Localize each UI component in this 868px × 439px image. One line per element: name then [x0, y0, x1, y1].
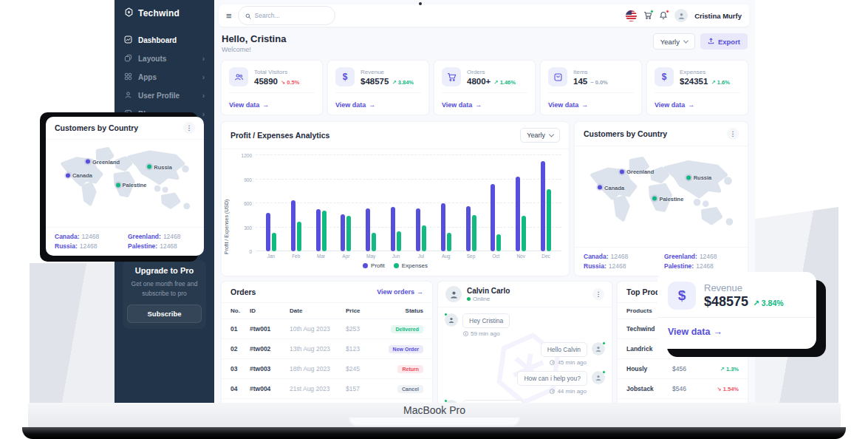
trend-indicator: ↗ 3.84%: [753, 299, 784, 307]
country-stat: Canada12468: [584, 253, 658, 260]
view-data-link[interactable]: View data→: [335, 101, 375, 109]
online-dot-icon: [602, 370, 606, 374]
stat-card-total-visitors: Total Visitors 45890↘ 0.5% View data→: [222, 61, 322, 115]
bar: [397, 231, 401, 251]
sidebar-item-dashboard[interactable]: Dashboard: [115, 31, 214, 50]
bar: [422, 225, 426, 251]
map-marker-greenland: Greenland: [620, 169, 654, 175]
y-axis-title: Profit / Expenses (USD): [224, 158, 229, 254]
chart-period-select[interactable]: Yearly: [520, 128, 560, 143]
sidebar-item-layouts[interactable]: Layouts ›: [115, 50, 214, 68]
user-icon: [124, 91, 132, 101]
stats-row: Total Visitors 45890↘ 0.5% View data→ $ …: [222, 61, 748, 115]
upgrade-text: Get one month free and subscribe to pro: [130, 279, 199, 299]
chevron-right-icon: ›: [202, 74, 205, 81]
view-data-link[interactable]: View data→: [668, 327, 722, 337]
hamburger-menu-icon[interactable]: ≡: [226, 11, 232, 21]
product-row: Jobstack$546↘ 1.54%: [618, 379, 748, 399]
search-box[interactable]: [238, 6, 335, 25]
orders-title: Orders: [230, 287, 256, 296]
dollar-icon: $: [668, 282, 696, 310]
laptop-base: MacBook Pro: [28, 403, 841, 427]
kebab-menu-icon[interactable]: ⋮: [727, 128, 739, 140]
dollar-icon: $: [655, 67, 674, 86]
brand-logo[interactable]: Techwind: [115, 0, 214, 27]
search-input[interactable]: [255, 12, 328, 19]
period-select[interactable]: Yearly: [653, 33, 695, 50]
bar-group: [259, 155, 284, 251]
apps-grid-icon: [124, 72, 132, 82]
cart-notification-dot: [650, 10, 654, 13]
users-icon: [229, 67, 248, 86]
bar-group: [409, 155, 434, 251]
online-dot-icon: [467, 297, 471, 301]
chevron-down-icon: [549, 132, 554, 137]
country-stat: Greenland12468: [128, 233, 195, 240]
subscribe-button[interactable]: Subscribe: [127, 304, 202, 323]
bar: [516, 177, 520, 251]
map-marker-palestine: Palestine: [652, 195, 683, 202]
sidebar-item-apps[interactable]: Apps ›: [115, 68, 214, 86]
trend-indicator: ↗ 1.6%: [711, 79, 729, 86]
country-stat: Palestine12468: [664, 262, 739, 270]
chat-contact-name: Calvin Carlo: [467, 287, 587, 296]
sidebar-item-user-profile[interactable]: User Profile ›: [115, 86, 214, 105]
cart-button[interactable]: [643, 11, 652, 20]
arrow-right-icon: →: [475, 101, 482, 109]
map-marker-palestine: Palestine: [116, 182, 147, 188]
map-marker-greenland: Greenland: [86, 158, 120, 165]
upgrade-title: Upgrade to Pro: [127, 266, 202, 275]
cart-icon: [442, 67, 461, 86]
map-marker-russia: Russia: [687, 174, 712, 181]
status-badge: Cancel: [397, 385, 423, 393]
map-card-title: Customers by Country: [55, 123, 138, 132]
bar: [447, 233, 451, 251]
order-row: 04#tw00421st Aug 2023$157Cancel: [222, 379, 432, 399]
export-button[interactable]: Export: [700, 33, 748, 50]
user-avatar[interactable]: [674, 9, 688, 22]
notifications-button[interactable]: [659, 11, 668, 20]
map-marker-canada: Canada: [598, 184, 624, 191]
bar-group: [434, 155, 459, 251]
view-orders-link[interactable]: View orders→: [377, 288, 423, 296]
bar: [472, 215, 476, 251]
map-marker-canada: Canada: [66, 172, 92, 179]
bar: [441, 203, 445, 251]
legend-item: Expenses: [394, 262, 428, 269]
chat-message: Hello Calvin: [445, 342, 605, 357]
bar: [366, 208, 370, 252]
topbar: ≡: [219, 4, 749, 27]
dashboard-icon: [124, 35, 132, 45]
map-card-title: Customers by Country: [584, 129, 667, 138]
stat-card-orders: Orders 4800+↗ 1.46% View data→: [434, 61, 535, 115]
upgrade-panel: Upgrade to Pro Get one month free and su…: [123, 260, 206, 329]
bar: [322, 211, 327, 251]
sidebar-nav: Dashboard Layouts › Apps › User Profile …: [115, 27, 214, 128]
product-row: Hously$456↗ 1.3%: [618, 359, 748, 379]
laptop-bottom-edge: [22, 427, 846, 439]
bar: [466, 206, 471, 251]
country-stat: Greenland12468: [664, 253, 739, 260]
techwind-watermark-icon: [482, 322, 575, 403]
arrow-right-icon: →: [262, 101, 269, 109]
view-data-link[interactable]: View data→: [548, 101, 588, 109]
arrow-right-icon: →: [688, 101, 694, 109]
bar: [316, 209, 321, 251]
kebab-menu-icon[interactable]: ⋮: [592, 288, 604, 300]
revenue-overlay-card: $ Revenue $48575 ↗ 3.84% View data→: [657, 272, 816, 349]
arrow-right-icon: →: [369, 101, 375, 109]
user-name[interactable]: Cristina Murfy: [694, 12, 742, 20]
view-data-link[interactable]: View data→: [655, 101, 694, 109]
chat-card: Calvin Carlo Online ⋮ Hey Cristina: [438, 282, 612, 403]
revenue-value: $48575: [704, 294, 748, 310]
us-flag-icon[interactable]: [626, 10, 637, 21]
view-data-link[interactable]: View data→: [442, 101, 482, 109]
chevron-right-icon: ›: [202, 92, 205, 100]
bar-group: [284, 155, 309, 251]
trend-indicator: ↗ 1.46%: [493, 79, 516, 86]
bar: [391, 207, 395, 251]
kebab-menu-icon[interactable]: ⋮: [183, 122, 195, 134]
bar-group: [533, 155, 558, 251]
view-data-link[interactable]: View data→: [229, 101, 269, 109]
order-row: 03#tw00318th Aug 2023$245Return: [222, 359, 432, 379]
